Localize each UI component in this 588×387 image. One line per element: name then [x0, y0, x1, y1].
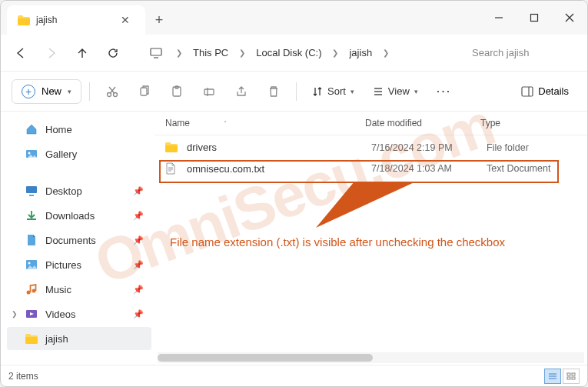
file-list-pane: Name˄ Date modified Type drivers 7/16/20…	[154, 112, 587, 365]
chevron-down-icon: ▾	[350, 88, 354, 95]
copy-button[interactable]	[130, 78, 159, 105]
item-count: 2 items	[8, 371, 38, 382]
svg-rect-13	[204, 89, 214, 95]
title-bar: jajish ✕ +	[1, 1, 587, 35]
svg-point-25	[28, 262, 31, 265]
close-tab-button[interactable]: ✕	[116, 14, 135, 26]
file-row-folder[interactable]: drivers 7/16/2024 2:19 PM File folder	[158, 137, 584, 158]
cut-button[interactable]	[98, 78, 127, 105]
paste-button[interactable]	[162, 78, 191, 105]
chevron-right-icon[interactable]: ❯	[329, 48, 341, 57]
sidebar-item-current-folder[interactable]: jajish	[7, 327, 151, 350]
downloads-icon	[25, 209, 38, 222]
svg-rect-35	[567, 373, 570, 375]
column-date[interactable]: Date modified	[365, 118, 480, 128]
new-tab-button[interactable]: +	[145, 5, 173, 35]
file-row-txt[interactable]: omnisecu.com.txt 7/18/2024 1:03 AM Text …	[158, 158, 584, 179]
videos-icon	[25, 308, 38, 320]
close-window-button[interactable]	[552, 1, 587, 35]
home-icon	[25, 123, 38, 135]
pin-icon: 📌	[133, 309, 144, 319]
sidebar-item-videos[interactable]: ❯ Videos 📌	[7, 302, 151, 325]
sidebar-item-documents[interactable]: Documents 📌	[7, 229, 151, 252]
delete-button[interactable]	[259, 78, 288, 105]
share-button[interactable]	[227, 78, 256, 105]
chevron-right-icon[interactable]: ❯	[236, 48, 248, 57]
horizontal-scrollbar[interactable]	[158, 352, 584, 363]
tab-title: jajish	[36, 15, 110, 25]
svg-point-6	[108, 92, 111, 96]
thumbnails-view-button[interactable]	[563, 369, 580, 384]
sort-indicator-icon: ˄	[224, 120, 227, 127]
svg-rect-4	[151, 48, 161, 55]
music-icon	[25, 283, 38, 295]
svg-rect-36	[572, 373, 575, 375]
view-icon	[373, 86, 384, 97]
pin-icon: 📌	[133, 186, 144, 196]
gallery-icon	[25, 148, 38, 160]
documents-icon	[25, 234, 38, 246]
chevron-right-icon[interactable]: ❯	[173, 48, 185, 57]
svg-rect-37	[567, 377, 570, 379]
svg-rect-10	[141, 88, 147, 95]
search-input[interactable]: Search jajish	[466, 41, 581, 65]
window-tab[interactable]: jajish ✕	[7, 5, 145, 35]
details-view-button[interactable]	[544, 369, 561, 384]
svg-rect-1	[531, 15, 538, 22]
forward-button[interactable]	[38, 39, 65, 67]
pin-icon: 📌	[133, 260, 144, 270]
pin-icon: 📌	[133, 235, 144, 245]
file-explorer-window: jajish ✕ + ❯ This PC ❯ Local Disk (C:) ❯…	[0, 0, 588, 387]
maximize-button[interactable]	[517, 1, 552, 35]
up-button[interactable]	[68, 39, 96, 67]
sort-button[interactable]: Sort ▾	[304, 81, 362, 102]
rename-button[interactable]	[194, 78, 224, 105]
new-button[interactable]: + New ▾	[12, 79, 81, 104]
sidebar-item-desktop[interactable]: Desktop 📌	[7, 179, 151, 202]
pc-icon[interactable]	[142, 39, 170, 67]
svg-rect-22	[26, 186, 37, 193]
annotation-text: File name extension (.txt) is visible af…	[170, 235, 505, 249]
back-button[interactable]	[7, 39, 35, 67]
file-list: drivers 7/16/2024 2:19 PM File folder om…	[154, 135, 587, 352]
toolbar: + New ▾ Sort ▾ View ▾ ··· Details	[1, 72, 587, 112]
sort-icon	[312, 86, 323, 97]
annotation-arrow	[316, 182, 416, 228]
breadcrumb-this-pc[interactable]: This PC	[188, 41, 233, 65]
minimize-button[interactable]	[481, 1, 517, 35]
window-controls	[481, 1, 587, 35]
folder-icon	[18, 15, 30, 25]
status-bar: 2 items	[1, 365, 587, 386]
sidebar-item-downloads[interactable]: Downloads 📌	[7, 204, 151, 227]
sidebar-item-music[interactable]: Music 📌	[7, 278, 151, 301]
chevron-down-icon: ▾	[68, 88, 71, 95]
breadcrumb-folder[interactable]: jajish	[344, 41, 377, 65]
chevron-right-icon: ❯	[12, 310, 18, 318]
svg-point-21	[28, 152, 31, 155]
refresh-button[interactable]	[99, 39, 127, 67]
breadcrumb-drive[interactable]: Local Disk (C:)	[251, 41, 326, 65]
chevron-down-icon: ▾	[414, 88, 418, 95]
folder-icon	[165, 142, 181, 152]
svg-point-7	[114, 92, 118, 96]
desktop-icon	[25, 185, 38, 197]
file-icon	[165, 162, 181, 175]
svg-rect-18	[522, 87, 533, 96]
sidebar-item-gallery[interactable]: Gallery	[7, 142, 151, 165]
svg-rect-38	[572, 377, 575, 379]
column-type[interactable]: Type	[480, 118, 576, 128]
more-button[interactable]: ···	[429, 80, 459, 103]
details-icon	[521, 86, 533, 97]
view-button[interactable]: View ▾	[365, 81, 426, 102]
sidebar-item-home[interactable]: Home	[7, 118, 151, 141]
chevron-right-icon[interactable]: ❯	[380, 48, 392, 57]
column-name[interactable]: Name˄	[165, 118, 365, 128]
sidebar-item-pictures[interactable]: Pictures 📌	[7, 253, 151, 276]
pictures-icon	[25, 259, 38, 271]
folder-icon	[25, 332, 38, 345]
details-pane-button[interactable]: Details	[513, 81, 576, 102]
address-bar: ❯ This PC ❯ Local Disk (C:) ❯ jajish ❯ S…	[1, 35, 587, 72]
column-headers: Name˄ Date modified Type	[154, 112, 587, 135]
sidebar: Home Gallery Desktop 📌 Downloads 📌 Docum…	[1, 112, 154, 365]
plus-icon: +	[22, 85, 35, 98]
